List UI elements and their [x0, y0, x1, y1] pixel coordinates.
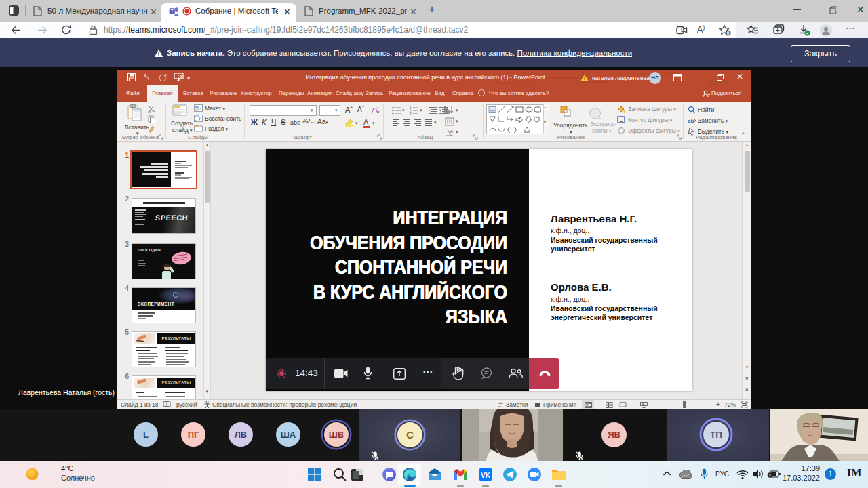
svg-text:3: 3: [410, 113, 412, 115]
svg-text:ab: ab: [688, 118, 694, 124]
svg-text:VK: VK: [481, 472, 491, 479]
svg-text:0: 0: [726, 30, 729, 36]
svg-text:A: A: [450, 129, 453, 134]
